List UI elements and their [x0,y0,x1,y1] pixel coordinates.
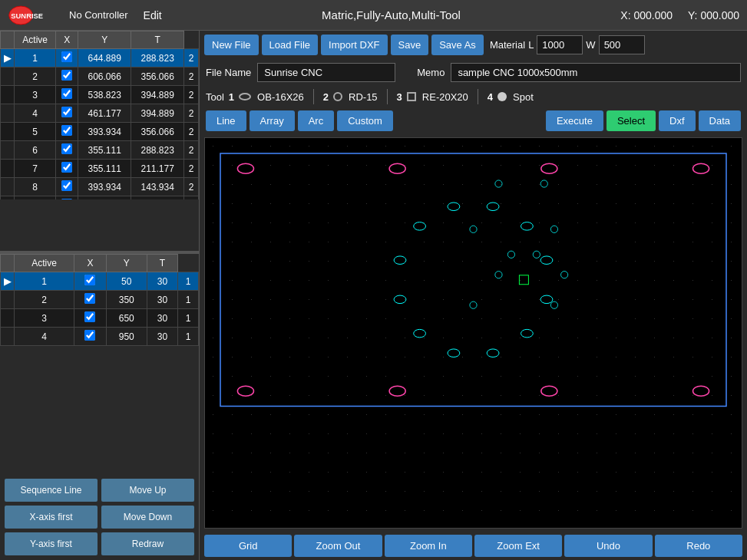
table-row[interactable]: 4 950 30 1 [1,328,199,346]
row-active[interactable] [56,68,78,86]
table-row[interactable]: 8 393.934 143.934 2 [1,178,199,196]
zoom-in-button[interactable]: Zoom In [385,535,472,557]
col-header-y: Y [78,31,131,49]
row-active[interactable] [56,196,78,200]
tool2-icon [333,92,342,101]
bottom-table-section: Active X Y T ▶ 1 50 30 1 2 350 30 [0,254,199,474]
row-y: 30 [147,291,177,309]
row-x: 606.066 [78,68,131,86]
save-as-button[interactable]: Save As [431,35,484,55]
material-w-input[interactable] [599,35,645,54]
redo-button[interactable]: Redo [655,535,742,557]
table-row[interactable]: 9 461.177 105.111 2 [1,196,199,200]
row-active[interactable] [56,123,78,141]
move-up-button[interactable]: Move Up [101,479,194,502]
table-row[interactable]: 2 350 30 1 [1,291,199,309]
y-axis-first-button[interactable]: Y-axis first [5,532,98,555]
table-row[interactable]: ▶ 1 50 30 1 [1,272,199,291]
row-t: 2 [184,178,199,196]
row-active[interactable] [56,49,78,68]
canvas-area[interactable] [204,137,742,529]
dxf-button[interactable]: Dxf [659,110,696,131]
redraw-button[interactable]: Redraw [101,532,194,555]
row-y: 105.111 [131,196,184,200]
arc-button[interactable]: Arc [298,110,335,131]
l-label: L [528,39,534,51]
row-active[interactable] [74,309,106,328]
cnc-canvas[interactable] [205,138,742,529]
row-y: 30 [147,309,177,328]
row-active[interactable] [74,328,106,346]
row-y: 30 [147,272,177,291]
table-row[interactable]: 5 393.934 356.066 2 [1,123,199,141]
array-button[interactable]: Array [250,110,295,131]
row-active[interactable] [56,141,78,160]
row-y: 394.889 [131,104,184,123]
row-id: 4 [15,328,74,346]
row-indicator [1,160,15,178]
zoom-ext-button[interactable]: Zoom Ext [474,535,562,557]
row-indicator: ▶ [1,272,15,291]
row-indicator [1,141,15,160]
filename-input[interactable] [257,63,395,82]
row-y: 356.066 [131,68,184,86]
new-file-button[interactable]: New File [204,35,259,55]
x-axis-first-button[interactable]: X-axis first [5,506,98,529]
data-button[interactable]: Data [699,110,741,131]
material-label: Material [490,39,525,51]
action-row: Line Array Arc Custom Execute Select Dxf… [200,107,747,134]
col-header-active: Active [15,31,56,49]
row-t: 1 [178,291,199,309]
svg-text:SUNRISE: SUNRISE [11,12,43,20]
row-id: 3 [15,309,74,328]
line-button[interactable]: Line [206,110,246,131]
memo-input[interactable] [451,63,741,82]
table-row[interactable]: 7 355.111 211.177 2 [1,160,199,178]
custom-button[interactable]: Custom [337,110,393,131]
material-l-input[interactable] [537,35,583,54]
row-x: 393.934 [78,123,131,141]
row-x: 644.889 [78,49,131,68]
execute-button[interactable]: Execute [546,110,603,131]
col2-header-active: Active [15,255,74,272]
col-header-x: X [56,31,78,49]
edit-button[interactable]: Edit [144,9,162,21]
tool3-icon [407,92,416,101]
y-coord: Y: 000.000 [688,9,739,21]
load-file-button[interactable]: Load File [262,35,318,55]
row-active[interactable] [56,86,78,104]
table-row[interactable]: 6 355.111 288.823 2 [1,141,199,160]
select-button[interactable]: Select [607,110,656,131]
row-indicator [1,68,15,86]
row-active[interactable] [56,104,78,123]
row-t: 2 [184,160,199,178]
table-row[interactable]: 2 606.066 356.066 2 [1,68,199,86]
sequence-line-button[interactable]: Sequence Line [5,479,98,502]
row-active[interactable] [56,160,78,178]
row-active[interactable] [74,272,106,291]
row-y: 211.177 [131,160,184,178]
row-x: 650 [106,309,147,328]
row-id: 1 [15,272,74,291]
tool4-icon [497,92,507,101]
table-row[interactable]: 3 538.823 394.889 2 [1,86,199,104]
row-active[interactable] [56,178,78,196]
move-down-button[interactable]: Move Down [101,506,194,529]
zoom-out-button[interactable]: Zoom Out [294,535,382,557]
row-x: 461.177 [78,104,131,123]
import-dxf-button[interactable]: Import DXF [321,35,387,55]
grid-button[interactable]: Grid [204,535,292,557]
row-id: 6 [15,141,56,160]
table-row[interactable]: 4 461.177 394.889 2 [1,104,199,123]
tool1-icon [239,93,251,100]
row-t: 1 [178,309,199,328]
row-t: 2 [184,104,199,123]
save-button[interactable]: Save [391,35,429,55]
row-active[interactable] [74,291,106,309]
table-row[interactable]: 3 650 30 1 [1,309,199,328]
row-y: 143.934 [131,178,184,196]
row-id: 2 [15,68,56,86]
undo-button[interactable]: Undo [564,535,652,557]
table-row[interactable]: ▶ 1 644.889 288.823 2 [1,49,199,68]
row-y: 356.066 [131,123,184,141]
